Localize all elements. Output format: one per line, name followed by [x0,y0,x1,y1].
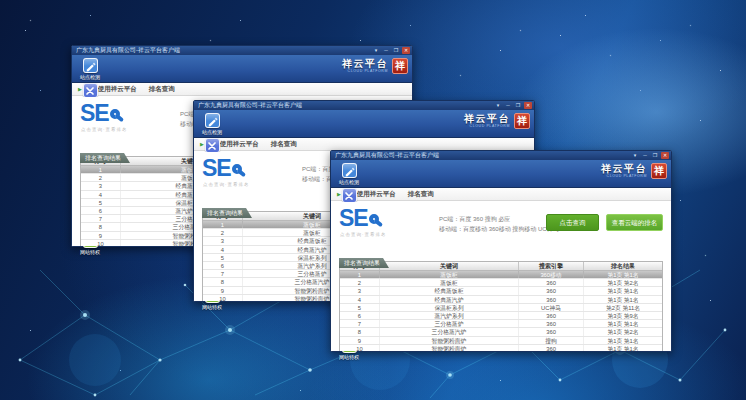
close-button[interactable]: ✕ [661,152,669,159]
cell-engine: 360移动 [519,271,584,278]
cell-no: 7 [203,270,243,277]
cell-keyword: 智能粥粉面炉 [380,345,519,351]
toolbar-item-0[interactable]: 站点检测 [334,162,364,187]
tab-rank-results[interactable]: 排名查询结果 [202,208,252,218]
cell-engine: 360 [519,345,584,351]
brand-logo: 祥云平台 CLOUD PLATFORM [601,164,647,179]
cell-rank: 第1页 第2名 [584,328,662,335]
header-keyword: 关键词 [380,262,519,270]
table-row[interactable]: 4 经典蒸汽炉 360 第1页 第1名 [340,296,662,304]
header-engine: 搜索引擎 [519,262,584,270]
brand-name: 祥云平台 [601,164,647,174]
cell-engine: UC神马 [519,304,584,311]
cell-no: 1 [81,166,121,173]
cell-rank: 第2页 第11名 [584,304,662,311]
table-row[interactable]: 5 保温柜系列 UC神马 第2页 第11名 [340,304,662,312]
cell-no: 4 [203,246,243,253]
cell-keyword: 三分格蒸炉 [380,320,519,327]
minimize-button[interactable]: ─ [504,102,512,109]
minimize-button[interactable]: ─ [641,152,649,159]
table-row[interactable]: 8 三分格蒸汽炉 360 第1页 第2名 [340,328,662,336]
site-check-icon [342,163,357,178]
close-button[interactable]: ✕ [402,47,410,54]
window-controls: ▾ ─ ❐ ✕ [372,47,410,54]
cell-no: 3 [81,182,121,189]
cell-no: 10 [340,345,380,351]
cloud-rank-button[interactable]: 查看云端的排名 [606,214,663,231]
main-toolbar: 站点检测 网站管理 询盘信息 流量统计 排名查询 套餐推广 微信平台 网站特权 … [331,160,671,188]
brand-subtitle: CLOUD PLATFORM [464,125,510,129]
cell-engine: 360 [519,328,584,335]
title-bar[interactable]: 广东九典厨具有限公司-祥云平台客户端 ▾ ─ ❐ ✕ [72,46,412,55]
main-toolbar: 站点检测 网站管理 询盘信息 流量统计 排名查询 套餐推广 微信平台 网站特权 … [194,110,534,138]
cell-no: 8 [340,328,380,335]
breadcrumb: ▶ 欢迎使用祥云平台 排名查询 [72,83,412,96]
cell-keyword: 保温柜系列 [380,304,519,311]
cell-engine: 360 [519,312,584,319]
engine-list: PC端：百度 360 搜狗 必应 移动端：百度移动 360移动 搜狗移动 UC神… [439,214,559,234]
cell-rank: 第1页 第1名 [584,345,662,351]
close-button[interactable]: ✕ [524,102,532,109]
site-check-icon [205,113,220,128]
table-row[interactable]: 7 三分格蒸炉 360 第1页 第1名 [340,320,662,328]
title-bar[interactable]: 广东九典厨具有限公司-祥云平台客户端 ▾ ─ ❐ ✕ [194,101,534,110]
breadcrumb-section: 排名查询 [271,140,297,149]
brand-seal-icon: 祥 [514,113,530,129]
cell-no: 10 [203,295,243,301]
skin-button[interactable]: ▾ [372,47,380,54]
title-bar[interactable]: 广东九典厨具有限公司-祥云平台客户端 ▾ ─ ❐ ✕ [331,151,671,160]
cell-no: 1 [340,271,380,278]
maximize-button[interactable]: ❐ [514,102,522,109]
cell-keyword: 蒸饭柜 [380,271,519,278]
cell-keyword: 经典蒸汽炉 [380,296,519,303]
tab-rank-results[interactable]: 排名查询结果 [80,153,130,163]
cell-no: 2 [81,174,121,181]
site-check-icon [83,58,98,73]
cell-no: 7 [81,215,121,222]
toolbar-item-0[interactable]: 站点检测 [197,112,227,137]
site-manage-icon [205,138,220,153]
maximize-button[interactable]: ❐ [651,152,659,159]
desktop-background: 广东九典厨具有限公司-祥云平台客户端 ▾ ─ ❐ ✕ 站点检测 网站管理 询盘信… [0,0,746,400]
toolbar-item-0[interactable]: 站点检测 [75,57,105,82]
cell-no: 5 [81,199,121,206]
window-controls: ▾ ─ ❐ ✕ [494,102,532,109]
cell-no: 9 [203,287,243,294]
table-row[interactable]: 2 蒸饭柜 360 第1页 第2名 [340,279,662,287]
brand-name: 祥云平台 [464,114,510,124]
tab-rank-results[interactable]: 排名查询结果 [339,258,389,268]
toolbar-item-label: 网站特权 [80,249,100,255]
cell-no: 5 [203,254,243,261]
query-panel: SE 点击查询·查看排名 PC端：百度 360 搜狗 必应 移动端：百度移动 3… [339,205,663,249]
skin-button[interactable]: ▾ [631,152,639,159]
table-row[interactable]: 9 智能粥粉面炉 搜狗 第1页 第1名 [340,337,662,345]
header-rank: 排名结果 [584,262,662,270]
cell-no: 9 [81,232,121,239]
engine-list-mobile: 移动端：百度移动 360移动 搜狗移动 UC神马 [439,224,559,234]
cell-no: 5 [340,304,380,311]
brand-logo: 祥云平台 CLOUD PLATFORM [464,114,510,129]
seo-logo-text: SE [80,102,109,124]
maximize-button[interactable]: ❐ [392,47,400,54]
table-row[interactable]: 1 蒸饭柜 360移动 第1页 第1名 [340,271,662,279]
cell-rank: 第3页 第9名 [584,312,662,319]
magnifier-icon [232,164,242,174]
magnifier-icon [110,109,120,119]
cell-engine: 360 [519,279,584,286]
table-row[interactable]: 6 蒸汽炉系列 360 第3页 第9名 [340,312,662,320]
toolbar-item-label: 网站特权 [202,304,222,310]
skin-button[interactable]: ▾ [494,102,502,109]
table-row[interactable]: 10 智能粥粉面炉 360 第1页 第1名 [340,345,662,351]
breadcrumb: ▶ 欢迎使用祥云平台 排名查询 [331,188,671,201]
cell-no: 1 [203,221,243,228]
query-button[interactable]: 点击查询 [546,214,599,231]
cell-engine: 360 [519,320,584,327]
app-window-2: 广东九典厨具有限公司-祥云平台客户端 ▾ ─ ❐ ✕ 站点检测 网站管理 询盘信… [330,150,672,352]
minimize-button[interactable]: ─ [382,47,390,54]
cell-no: 2 [203,229,243,236]
brand-subtitle: CLOUD PLATFORM [601,175,647,179]
content-area: SE 点击查询·查看排名 PC端：百度 360 搜狗 必应 移动端：百度移动 3… [331,202,671,351]
table-row[interactable]: 3 经典蒸饭柜 360 第1页 第1名 [340,287,662,295]
cell-rank: 第1页 第1名 [584,337,662,344]
toolbar-item-label: 站点检测 [80,74,100,80]
